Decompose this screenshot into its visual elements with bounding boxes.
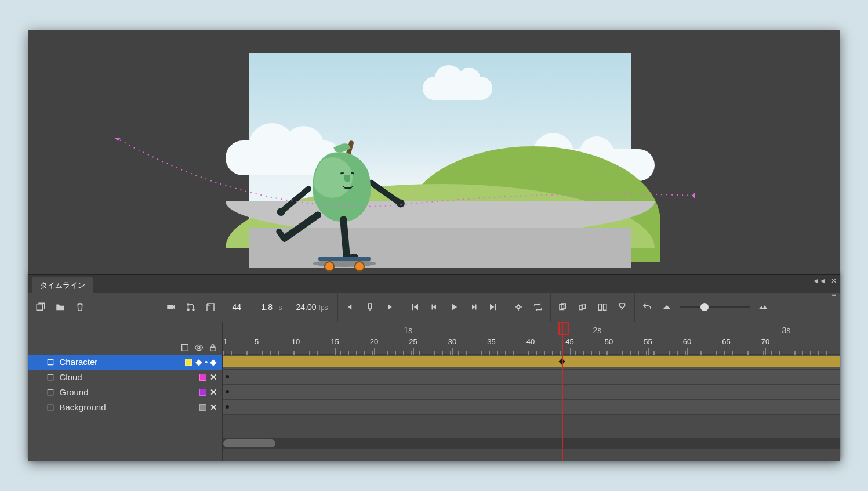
prev-button[interactable]: [344, 301, 357, 313]
ruler-frame-number: 65: [722, 337, 730, 346]
no-keyframe-icon: ✕: [210, 372, 217, 382]
svg-rect-9: [517, 306, 520, 309]
svg-point-4: [192, 308, 195, 311]
layer-row[interactable]: Cloud ✕: [28, 370, 222, 385]
play-button[interactable]: [448, 301, 460, 313]
track-row[interactable]: [223, 370, 840, 385]
elapsed-time-field[interactable]: 1.8 s: [258, 302, 286, 312]
first-frame-button[interactable]: [408, 301, 421, 313]
layer-name-label: Background: [60, 402, 180, 412]
character-symbol[interactable]: [272, 140, 400, 268]
timeline-tab[interactable]: タイムライン: [32, 277, 93, 293]
layer-name-label: Cloud: [60, 372, 180, 382]
next-button[interactable]: [383, 301, 396, 313]
layer-type-icon: [46, 373, 55, 382]
delete-layer-button[interactable]: [74, 301, 86, 313]
layer-color-swatch[interactable]: [199, 374, 206, 381]
center-frame-button[interactable]: [512, 301, 525, 313]
timeline-body: Character ◆ • ◆ Cloud ✕ Ground ✕ Backgro…: [28, 322, 840, 461]
svg-rect-2: [167, 305, 173, 309]
stage-area[interactable]: [28, 30, 840, 274]
svg-rect-1: [692, 192, 695, 198]
frame-marker-button[interactable]: [364, 301, 376, 313]
ruler-frame-number: 50: [605, 337, 613, 346]
panel-menu-icon[interactable]: ≡: [831, 291, 836, 300]
fit-timeline-button[interactable]: [757, 301, 769, 313]
svg-point-17: [198, 346, 200, 349]
layer-type-icon: [46, 388, 55, 397]
highlight-toggle-icon[interactable]: [180, 343, 190, 352]
loop-button[interactable]: [532, 301, 544, 313]
ruler-frame-number: 70: [761, 337, 769, 346]
ruler-frame-number: 60: [683, 337, 691, 346]
layer-type-icon: [46, 403, 55, 412]
animation-app: タイムライン ◄◄ ✕ ≡: [28, 30, 840, 461]
layer-parenting-button[interactable]: [184, 301, 197, 313]
stage-canvas[interactable]: [249, 53, 631, 268]
track-row[interactable]: [223, 400, 840, 415]
ruler-second-label: 1s: [404, 326, 413, 335]
layer-row[interactable]: Background ✕: [28, 400, 222, 415]
horizontal-scrollbar[interactable]: [223, 438, 840, 449]
track-column[interactable]: 1s2s3s 1510152025303540455055606570: [223, 322, 840, 461]
lock-toggle-icon[interactable]: [208, 343, 217, 352]
onion-skin-button[interactable]: [557, 301, 569, 313]
scroll-to-playhead-button[interactable]: [660, 301, 673, 313]
ruler-frame-number: 30: [448, 337, 456, 346]
no-keyframe-icon: ✕: [210, 402, 217, 413]
playhead[interactable]: [562, 322, 563, 461]
timeline-toolbar: 44 1.8 s 24.00 fps: [28, 293, 840, 322]
layer-name-label: Ground: [60, 387, 180, 397]
last-frame-button[interactable]: [487, 301, 500, 313]
fps-field[interactable]: 24.00 fps: [293, 302, 332, 312]
svg-rect-14: [598, 304, 601, 311]
timeline-panel: タイムライン ◄◄ ✕ ≡: [28, 274, 840, 461]
layer-color-swatch[interactable]: [199, 404, 206, 411]
layer-name-label: Character: [60, 357, 180, 367]
edit-multiple-button[interactable]: [596, 301, 609, 313]
svg-point-5: [187, 308, 190, 311]
layer-color-swatch[interactable]: [185, 359, 192, 366]
keyframe-icon: ◆ • ◆: [195, 357, 217, 367]
layer-column: Character ◆ • ◆ Cloud ✕ Ground ✕ Backgro…: [28, 322, 223, 461]
new-layer-button[interactable]: [34, 301, 47, 313]
svg-rect-6: [368, 304, 371, 309]
svg-rect-7: [431, 305, 433, 310]
svg-rect-15: [603, 304, 606, 311]
ruler-frame-number: 10: [292, 337, 300, 346]
step-forward-button[interactable]: [467, 301, 480, 313]
layer-color-swatch[interactable]: [199, 389, 206, 396]
ruler-frame-number: 35: [487, 337, 495, 346]
track-row[interactable]: [223, 385, 840, 400]
undo-button[interactable]: [641, 301, 653, 313]
visibility-toggle-icon[interactable]: [194, 343, 204, 352]
ruler-frame-number: 15: [331, 337, 339, 346]
export-button[interactable]: [204, 301, 217, 313]
layer-row[interactable]: Ground ✕: [28, 385, 222, 400]
modify-markers-button[interactable]: [616, 301, 629, 313]
track-row[interactable]: [223, 355, 840, 370]
layer-row[interactable]: Character ◆ • ◆: [28, 355, 222, 370]
new-folder-button[interactable]: [54, 301, 67, 313]
ruler-frame-number: 5: [255, 337, 259, 346]
camera-button[interactable]: [165, 301, 177, 313]
step-back-button[interactable]: [428, 301, 441, 313]
ruler-frame-number: 25: [409, 337, 417, 346]
timeline-ruler[interactable]: 1s2s3s 1510152025303540455055606570: [223, 322, 840, 355]
svg-rect-19: [48, 359, 53, 364]
motion-tween-span[interactable]: [223, 356, 840, 367]
collapse-panel-icon[interactable]: ◄◄: [812, 277, 826, 285]
close-panel-icon[interactable]: ✕: [831, 277, 837, 285]
ruler-frame-number: 1: [223, 337, 227, 346]
zoom-slider[interactable]: [680, 306, 750, 308]
svg-point-3: [187, 303, 190, 306]
onion-outlines-button[interactable]: [576, 301, 589, 313]
ruler-second-label: 3s: [782, 326, 791, 335]
cloud-graphic: [423, 77, 492, 100]
svg-rect-16: [181, 344, 188, 351]
svg-rect-8: [475, 305, 477, 310]
svg-rect-22: [48, 405, 53, 410]
ruler-frame-number: 55: [644, 337, 652, 346]
current-frame-field[interactable]: 44: [229, 302, 251, 312]
ruler-frame-number: 45: [565, 337, 573, 346]
